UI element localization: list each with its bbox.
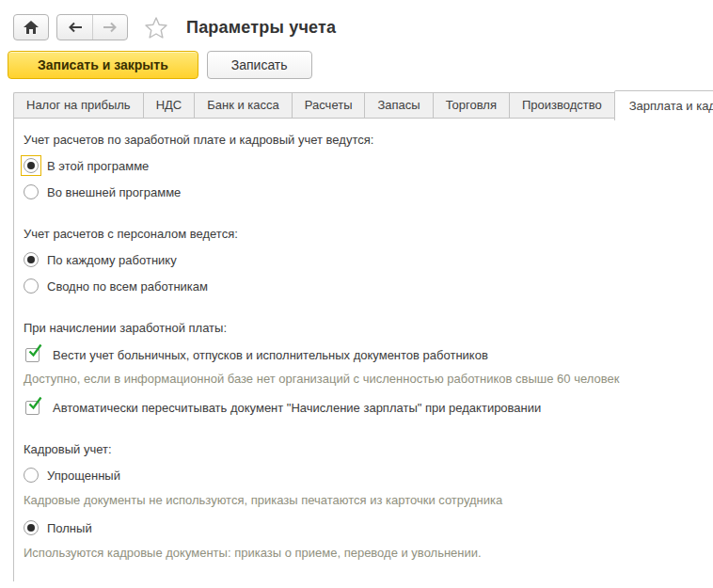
forward-arrow-icon xyxy=(103,22,118,33)
tab-torgovlya[interactable]: Торговля xyxy=(433,92,509,119)
favorite-star-button[interactable] xyxy=(144,16,168,40)
checkbox-label[interactable]: Автоматически пересчитывать документ "На… xyxy=(53,401,541,415)
forward-button[interactable] xyxy=(92,15,127,40)
page-title: Параметры учета xyxy=(186,18,336,38)
command-bar: Записать и закрыть Записать xyxy=(8,51,713,79)
tab-bank-i-kassa[interactable]: Банк и касса xyxy=(194,92,292,119)
history-nav-buttons xyxy=(56,14,128,40)
checkbox-sick-leave-vacations[interactable]: Вести учет больничных, отпусков и исполн… xyxy=(24,348,698,362)
radio-option-full[interactable]: Полный xyxy=(24,520,698,535)
radio-option-per-employee[interactable]: По каждому работнику xyxy=(24,252,698,267)
section-label-personnel-settlements: Учет расчетов с персоналом ведется: xyxy=(24,227,698,241)
radio-option-this-program[interactable]: В этой программе xyxy=(24,158,698,173)
accounting-parameters-window: Параметры учета Записать и закрыть Запис… xyxy=(0,0,713,581)
tab-raschety[interactable]: Расчеты xyxy=(292,92,365,119)
radio-button[interactable] xyxy=(24,184,39,199)
section-label-hr-accounting: Кадровый учет: xyxy=(24,442,698,456)
back-button[interactable] xyxy=(57,15,92,40)
tab-zarplata-i-kadry[interactable]: Зарплата и кадры xyxy=(614,90,713,120)
checkbox-auto-recalculate[interactable]: Автоматически пересчитывать документ "На… xyxy=(24,401,698,415)
radio-option-summary-all-employees[interactable]: Сводно по всем работникам xyxy=(24,278,698,294)
back-arrow-icon xyxy=(68,22,83,33)
radio-button-selected[interactable] xyxy=(24,158,39,173)
tab-nds[interactable]: НДС xyxy=(143,92,195,119)
toolbar: Параметры учета xyxy=(0,0,713,41)
radio-label[interactable]: В этой программе xyxy=(47,159,149,173)
save-and-close-button[interactable]: Записать и закрыть xyxy=(8,51,198,79)
hint-text-availability: Доступно, если в информационной базе нет… xyxy=(24,372,698,386)
radio-button-selected[interactable] xyxy=(24,252,39,267)
tab-bar: Налог на прибыль НДС Банк и касса Расчет… xyxy=(13,90,713,119)
section-label-payroll-calculation: При начислении заработной платы: xyxy=(24,321,698,335)
radio-label[interactable]: Полный xyxy=(47,521,92,535)
section-label-payroll-accounting: Учет расчетов по заработной плате и кадр… xyxy=(24,133,698,147)
home-button[interactable] xyxy=(13,14,49,40)
tab-zapasy[interactable]: Запасы xyxy=(364,92,432,119)
radio-label[interactable]: Упрощенный xyxy=(47,469,120,483)
hint-text-full: Используются кадровые документы: приказы… xyxy=(24,546,698,560)
checkmark-icon xyxy=(27,396,43,412)
home-icon xyxy=(24,21,39,34)
tab-proizvodstvo[interactable]: Производство xyxy=(509,92,614,119)
radio-button-selected[interactable] xyxy=(24,520,39,535)
radio-button[interactable] xyxy=(24,468,39,483)
radio-button[interactable] xyxy=(24,278,39,294)
checkbox-checked[interactable] xyxy=(25,401,40,415)
checkbox-checked[interactable] xyxy=(25,348,40,362)
tab-nalog-na-pribyl[interactable]: Налог на прибыль xyxy=(13,92,143,119)
tab-panel-zarplata-i-kadry: Учет расчетов по заработной плате и кадр… xyxy=(13,119,713,581)
save-button[interactable]: Записать xyxy=(207,51,312,79)
focus-frame xyxy=(21,155,41,176)
favorite-star-icon xyxy=(144,16,168,40)
hint-text-simplified: Кадровые документы не используются, прик… xyxy=(24,493,698,507)
radio-label[interactable]: По каждому работнику xyxy=(47,253,177,267)
radio-option-external-program[interactable]: Во внешней программе xyxy=(24,184,698,199)
checkbox-label[interactable]: Вести учет больничных, отпусков и исполн… xyxy=(53,348,488,362)
checkmark-icon xyxy=(27,343,43,359)
radio-label[interactable]: Во внешней программе xyxy=(47,185,181,199)
radio-option-simplified[interactable]: Упрощенный xyxy=(24,468,698,483)
radio-label[interactable]: Сводно по всем работникам xyxy=(47,279,208,294)
